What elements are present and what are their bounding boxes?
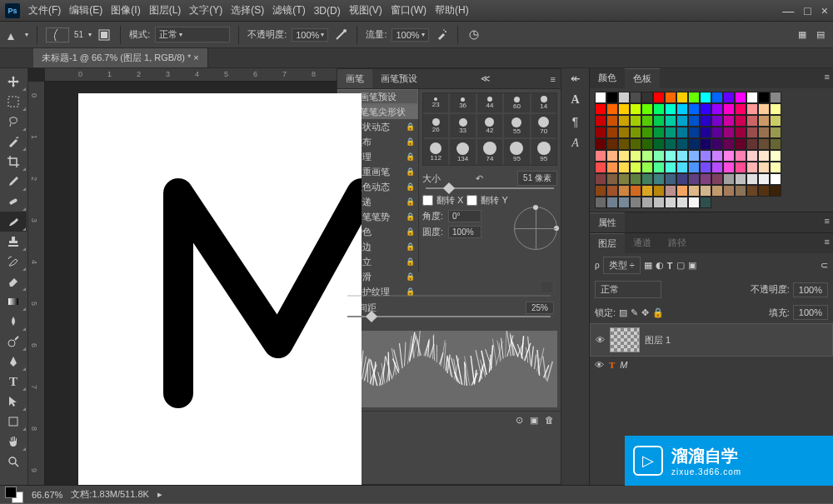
shape-tool[interactable]: [0, 412, 27, 432]
swatch[interactable]: [606, 150, 618, 162]
swatch[interactable]: [758, 162, 770, 173]
swatch[interactable]: [630, 150, 641, 162]
swatch[interactable]: [770, 92, 781, 103]
swatch[interactable]: [630, 138, 641, 150]
brush-preset-cell[interactable]: 112: [423, 139, 448, 165]
swatch[interactable]: [711, 185, 723, 197]
swatch[interactable]: [606, 115, 618, 127]
swatch[interactable]: [595, 162, 606, 173]
swatch[interactable]: [723, 92, 735, 103]
swatch[interactable]: [595, 138, 606, 150]
swatch[interactable]: [711, 103, 723, 115]
swatch[interactable]: [723, 115, 735, 127]
blend-mode-dropdown[interactable]: 正常: [595, 281, 661, 298]
swatch[interactable]: [630, 197, 641, 208]
swatch[interactable]: [746, 92, 758, 103]
new-preset-icon[interactable]: ▣: [530, 415, 538, 426]
styles-icon[interactable]: A: [571, 137, 579, 150]
color-picker[interactable]: [5, 487, 23, 503]
swatch[interactable]: [735, 92, 746, 103]
swatch[interactable]: [688, 197, 700, 208]
swatch[interactable]: [665, 197, 676, 208]
filter-type-icon[interactable]: T: [667, 261, 673, 271]
swatch[interactable]: [606, 185, 618, 197]
swatch[interactable]: [688, 115, 700, 127]
swatch[interactable]: [688, 173, 700, 185]
filter-adjust-icon[interactable]: ◐: [656, 260, 664, 271]
swatch[interactable]: [735, 173, 746, 185]
swatch[interactable]: [595, 185, 606, 197]
swatch[interactable]: [700, 173, 711, 185]
brush-preset-cell[interactable]: 95: [504, 139, 529, 165]
blur-tool[interactable]: [0, 312, 27, 332]
visibility-icon[interactable]: 👁: [595, 360, 604, 370]
pen-tool[interactable]: [0, 352, 27, 372]
roundness-input[interactable]: 100%: [448, 226, 481, 238]
swatch[interactable]: [735, 185, 746, 197]
menu-window[interactable]: 窗口(W): [391, 3, 426, 17]
swatch[interactable]: [618, 185, 630, 197]
swatch[interactable]: [723, 103, 735, 115]
swatch[interactable]: [641, 115, 653, 127]
brush-panel-toggle-icon[interactable]: [97, 27, 112, 42]
swatch[interactable]: [735, 162, 746, 173]
lock-icon[interactable]: 🔒: [406, 227, 415, 236]
swatch[interactable]: [746, 150, 758, 162]
brush-tool[interactable]: [0, 212, 27, 232]
menu-view[interactable]: 视图(V): [349, 3, 382, 17]
swatch[interactable]: [665, 162, 676, 173]
flow-input[interactable]: 100%: [392, 28, 428, 42]
brush-preset-cell[interactable]: 26: [423, 114, 448, 137]
file-tab[interactable]: 未标题-1 @ 66.7% (图层 1, RGB/8) * ×: [33, 48, 208, 67]
swatch[interactable]: [595, 197, 606, 208]
swatch[interactable]: [606, 103, 618, 115]
lock-all-icon[interactable]: 🔒: [652, 307, 664, 318]
swatch[interactable]: [653, 173, 665, 185]
trash-icon[interactable]: 🗑: [545, 415, 554, 426]
swatch[interactable]: [746, 138, 758, 150]
brush-tip-grid[interactable]: 23364460142633425570112134749595: [422, 92, 557, 166]
swatch-grid[interactable]: [590, 88, 833, 212]
swatch[interactable]: [665, 92, 676, 103]
panel-menu-icon[interactable]: ≡: [821, 212, 833, 232]
paragraph-icon[interactable]: ¶: [572, 115, 579, 128]
swatch[interactable]: [676, 127, 688, 138]
crop-tool[interactable]: [0, 152, 27, 172]
brush-preset-cell[interactable]: 74: [477, 139, 502, 165]
swatch[interactable]: [770, 127, 781, 138]
menu-layer[interactable]: 图层(L): [149, 3, 182, 17]
swatch[interactable]: [676, 150, 688, 162]
swatch[interactable]: [618, 127, 630, 138]
zoom-value[interactable]: 66.67%: [32, 490, 62, 500]
swatch[interactable]: [676, 92, 688, 103]
brush-preset-cell[interactable]: 70: [531, 114, 556, 137]
swatch[interactable]: [653, 162, 665, 173]
swatch[interactable]: [641, 150, 653, 162]
reset-icon[interactable]: ↶: [476, 173, 483, 184]
brush-preset-cell[interactable]: 14: [531, 93, 556, 112]
swatch[interactable]: [688, 162, 700, 173]
panel-dock-icon[interactable]: ▦: [795, 27, 810, 42]
tab-brush-presets[interactable]: 画笔预设: [372, 69, 426, 88]
gradient-tool[interactable]: [0, 292, 27, 312]
swatch[interactable]: [653, 150, 665, 162]
swatch[interactable]: [595, 103, 606, 115]
swatch[interactable]: [665, 173, 676, 185]
swatch[interactable]: [630, 173, 641, 185]
lasso-tool[interactable]: [0, 112, 27, 132]
swatch[interactable]: [641, 197, 653, 208]
swatch[interactable]: [606, 197, 618, 208]
swatch[interactable]: [630, 162, 641, 173]
brush-preset-cell[interactable]: 42: [477, 114, 502, 137]
swatch[interactable]: [595, 115, 606, 127]
lock-icon[interactable]: 🔒: [406, 242, 415, 251]
panel-menu-icon[interactable]: ≡: [821, 68, 833, 88]
swatch[interactable]: [653, 103, 665, 115]
swatch[interactable]: [746, 185, 758, 197]
swatch[interactable]: [606, 138, 618, 150]
brush-preset-cell[interactable]: 44: [477, 93, 502, 112]
brush-preset-cell[interactable]: 33: [450, 114, 475, 137]
swatch[interactable]: [676, 173, 688, 185]
maximize-icon[interactable]: □: [804, 4, 811, 17]
brush-preset-cell[interactable]: 55: [504, 114, 529, 137]
